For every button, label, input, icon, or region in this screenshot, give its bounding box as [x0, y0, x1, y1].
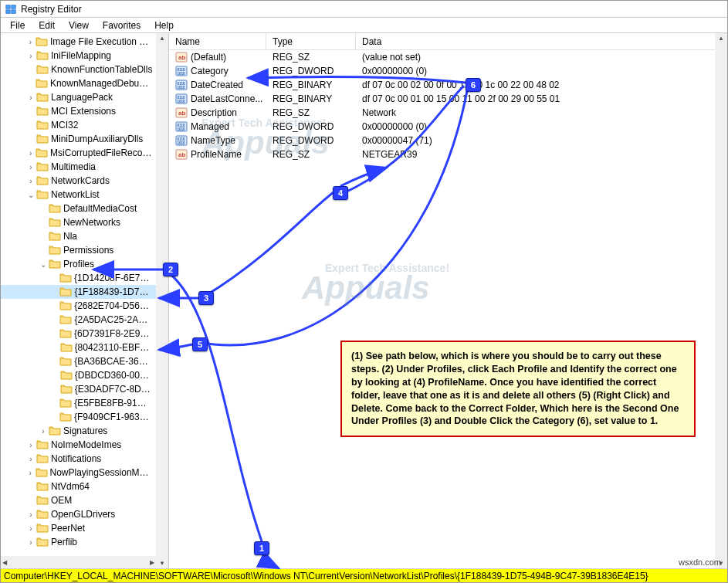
- value-row[interactable]: 01101010 DateLastConne...REG_BINARYdf 07…: [169, 92, 727, 106]
- tree-node[interactable]: {6D7391F8-2E9A-48E: [1, 327, 156, 341]
- expander-icon[interactable]: [25, 38, 36, 46]
- tree-node-label: NtVdm64: [51, 481, 90, 492]
- tree-node[interactable]: MiniDumpAuxiliaryDlls: [1, 132, 156, 146]
- expander-icon[interactable]: [25, 93, 36, 102]
- tree-node[interactable]: DefaultMediaCost: [1, 202, 156, 215]
- tree-node[interactable]: NoImeModeImes: [1, 438, 156, 452]
- expander-icon[interactable]: [25, 163, 36, 171]
- tree-node[interactable]: MCI Extensions: [1, 104, 156, 118]
- expander-icon[interactable]: [25, 469, 36, 477]
- value-data: (value not set): [356, 52, 727, 63]
- scroll-left-icon[interactable]: ◀: [2, 559, 7, 566]
- value-type: REG_BINARY: [266, 93, 356, 104]
- expander-icon[interactable]: [25, 177, 36, 185]
- status-path-prefix: Computer\HKEY_LOCAL_MACHINE\SOFTWARE\Mic…: [4, 571, 457, 581]
- column-type[interactable]: Type: [266, 33, 356, 49]
- tree-node[interactable]: Permissions: [1, 243, 156, 257]
- tree-scrollbar-vertical[interactable]: ▲▼: [156, 33, 168, 568]
- tree-node[interactable]: MCI32: [1, 118, 156, 132]
- tree-node-label: {6D7391F8-2E9A-48E: [74, 328, 153, 339]
- expander-icon[interactable]: [25, 441, 36, 449]
- expander-icon[interactable]: [25, 538, 36, 547]
- scroll-right-icon[interactable]: ▶: [150, 559, 154, 566]
- folder-icon: [36, 134, 49, 144]
- expander-icon[interactable]: [25, 524, 36, 533]
- tree-node[interactable]: Profiles: [1, 257, 156, 271]
- value-row[interactable]: 01101010 NameTypeREG_DWORD0x00000047 (71…: [169, 134, 727, 147]
- list-header: Name Type Data: [169, 33, 727, 50]
- tree-node[interactable]: {F9409CF1-963C-41C: [1, 410, 156, 424]
- svg-text:1010: 1010: [178, 86, 186, 90]
- registry-tree[interactable]: Image File Execution Optio IniFileMappin…: [1, 33, 169, 568]
- expander-icon[interactable]: [25, 510, 36, 519]
- folder-icon: [59, 356, 72, 367]
- tree-node[interactable]: Nla: [1, 229, 156, 243]
- tree-node[interactable]: Image File Execution Optio: [1, 35, 156, 49]
- tree-node[interactable]: OpenGLDrivers: [1, 507, 156, 521]
- tree-node[interactable]: IniFileMapping: [1, 49, 156, 63]
- value-list[interactable]: Name Type Data ab (Default)REG_SZ(value …: [169, 33, 727, 568]
- tree-node[interactable]: {DBDCD360-00D9-4: [1, 368, 156, 382]
- tree-node[interactable]: NowPlayingSessionManage: [1, 466, 156, 480]
- expander-icon[interactable]: [25, 455, 36, 463]
- tree-node[interactable]: {E5FBE8FB-91C8-4D: [1, 396, 156, 410]
- value-row[interactable]: ab (Default)REG_SZ(value not set): [169, 50, 727, 64]
- tree-node[interactable]: NewNetworks: [1, 215, 156, 229]
- value-row[interactable]: 01101010 DateCreatedREG_BINARYdf 07 0c 0…: [169, 78, 727, 92]
- svg-text:1010: 1010: [178, 141, 186, 145]
- tree-node[interactable]: {BA36BCAE-36C3-47: [1, 354, 156, 368]
- tree-node[interactable]: {80423110-EBFC-4C: [1, 341, 156, 354]
- tree-node[interactable]: {1D14208F-6E7D-409: [1, 271, 156, 285]
- status-path-suffix: {1F188439-1D75-494B-9C47-39B1836E4E15}: [457, 571, 648, 581]
- scroll-down-icon[interactable]: ▼: [159, 560, 165, 567]
- folder-icon: [60, 370, 73, 381]
- tree-node-label: KnownFunctionTableDlls: [51, 64, 152, 75]
- expander-icon[interactable]: [38, 260, 49, 269]
- folder-icon: [36, 161, 49, 172]
- expander-icon[interactable]: [25, 191, 36, 199]
- list-scrollbar-vertical[interactable]: ▲▼: [715, 33, 727, 568]
- tree-scrollbar-horizontal[interactable]: ◀▶: [1, 556, 156, 568]
- tree-node[interactable]: OEM: [1, 493, 156, 507]
- menu-favorites[interactable]: Favorites: [97, 19, 147, 32]
- scroll-up-icon[interactable]: ▲: [159, 35, 165, 42]
- value-row[interactable]: ab DescriptionREG_SZNetwork: [169, 106, 727, 120]
- expander-icon[interactable]: [38, 427, 49, 436]
- tree-node[interactable]: Notifications: [1, 452, 156, 466]
- value-row[interactable]: 01101010 ManagedREG_DWORD0x00000000 (0): [169, 120, 727, 134]
- tree-node-label: PeerNet: [51, 523, 85, 534]
- value-row[interactable]: ab ProfileNameREG_SZNETGEAR39: [169, 147, 727, 161]
- tree-node[interactable]: KnownManagedDebugging: [1, 76, 156, 90]
- menu-edit[interactable]: Edit: [32, 19, 61, 32]
- menu-help[interactable]: Help: [148, 19, 180, 32]
- scroll-up-icon[interactable]: ▲: [718, 35, 724, 42]
- value-row[interactable]: 01101010 CategoryREG_DWORD0x00000000 (0): [169, 64, 727, 78]
- menu-view[interactable]: View: [63, 19, 95, 32]
- binary-value-icon: 01101010: [175, 65, 188, 77]
- tree-node[interactable]: MsiCorruptedFileRecovery: [1, 146, 156, 160]
- tree-node[interactable]: {E3DADF7C-8D9B-4: [1, 382, 156, 396]
- tree-node[interactable]: Signatures: [1, 424, 156, 438]
- tree-node[interactable]: {2682E704-D56B-4F9: [1, 299, 156, 313]
- tree-node[interactable]: {2A5DAC25-2AF3-48: [1, 313, 156, 327]
- folder-icon: [36, 120, 49, 130]
- tree-node[interactable]: NetworkList: [1, 188, 156, 202]
- folder-icon: [36, 523, 49, 534]
- tree-node[interactable]: PeerNet: [1, 521, 156, 535]
- tree-node[interactable]: {1F188439-1D75-494: [1, 285, 156, 299]
- expander-icon[interactable]: [25, 52, 36, 60]
- tree-node[interactable]: NetworkCards: [1, 174, 156, 188]
- svg-rect-0: [6, 5, 10, 8]
- tree-node[interactable]: Perflib: [1, 535, 156, 549]
- column-name[interactable]: Name: [169, 33, 266, 49]
- svg-text:ab: ab: [178, 110, 185, 117]
- tree-node[interactable]: KnownFunctionTableDlls: [1, 63, 156, 76]
- tree-node[interactable]: LanguagePack: [1, 90, 156, 104]
- column-data[interactable]: Data: [356, 33, 727, 49]
- expander-icon[interactable]: [25, 149, 36, 158]
- menu-file[interactable]: File: [4, 19, 31, 32]
- scroll-down-icon[interactable]: ▼: [718, 560, 724, 567]
- tree-node[interactable]: Multimedia: [1, 160, 156, 174]
- tree-node[interactable]: NtVdm64: [1, 480, 156, 493]
- tree-node-label: NewNetworks: [63, 217, 120, 228]
